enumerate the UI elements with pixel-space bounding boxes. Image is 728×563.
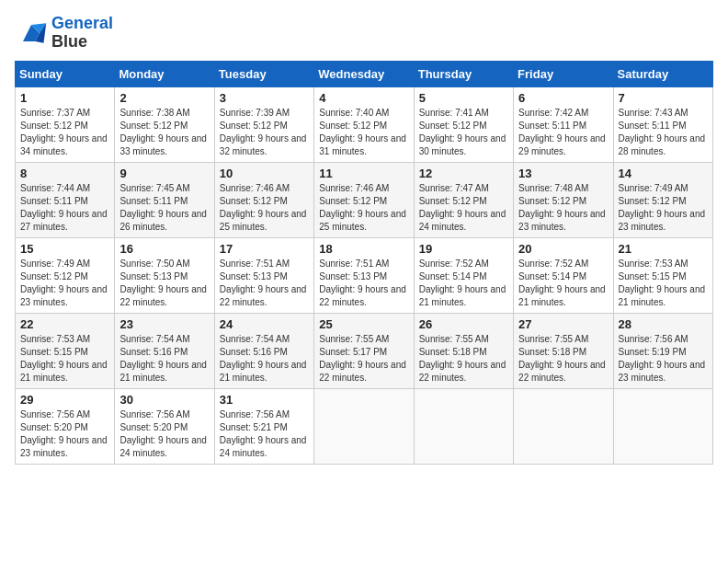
calendar-cell: 29Sunrise: 7:56 AM Sunset: 5:20 PM Dayli… [16,388,115,464]
calendar-cell: 11Sunrise: 7:46 AM Sunset: 5:12 PM Dayli… [314,162,414,237]
calendar-cell: 12Sunrise: 7:47 AM Sunset: 5:12 PM Dayli… [414,162,513,237]
calendar-week-3: 15Sunrise: 7:49 AM Sunset: 5:12 PM Dayli… [16,237,713,313]
day-number: 16 [119,242,209,256]
calendar-cell: 13Sunrise: 7:48 AM Sunset: 5:12 PM Dayli… [514,162,613,237]
day-info: Sunrise: 7:56 AM Sunset: 5:21 PM Dayligh… [220,408,309,460]
day-info: Sunrise: 7:44 AM Sunset: 5:11 PM Dayligh… [20,182,109,234]
day-info: Sunrise: 7:38 AM Sunset: 5:12 PM Dayligh… [119,107,209,158]
header-monday: Monday [115,61,214,86]
header-friday: Friday [514,61,613,86]
day-number: 12 [419,167,508,180]
calendar-cell [314,388,414,464]
calendar-cell: 23Sunrise: 7:54 AM Sunset: 5:16 PM Dayli… [115,313,214,388]
day-number: 17 [220,242,309,256]
calendar-cell: 30Sunrise: 7:56 AM Sunset: 5:20 PM Dayli… [115,388,214,464]
day-info: Sunrise: 7:50 AM Sunset: 5:13 PM Dayligh… [119,258,209,309]
day-number: 5 [419,91,508,105]
day-info: Sunrise: 7:55 AM Sunset: 5:18 PM Dayligh… [518,333,608,385]
calendar-cell: 6Sunrise: 7:42 AM Sunset: 5:11 PM Daylig… [514,86,613,162]
day-number: 1 [20,91,109,105]
day-number: 7 [619,91,708,105]
day-info: Sunrise: 7:54 AM Sunset: 5:16 PM Dayligh… [220,333,309,385]
calendar-cell: 21Sunrise: 7:53 AM Sunset: 5:15 PM Dayli… [613,237,712,313]
calendar-cell: 9Sunrise: 7:45 AM Sunset: 5:11 PM Daylig… [115,162,214,237]
calendar-cell: 26Sunrise: 7:55 AM Sunset: 5:18 PM Dayli… [414,313,513,388]
calendar-cell: 2Sunrise: 7:38 AM Sunset: 5:12 PM Daylig… [115,86,214,162]
day-number: 8 [20,167,109,180]
day-number: 20 [518,242,608,256]
logo-icon [15,17,48,50]
day-number: 18 [319,242,408,256]
header-saturday: Saturday [613,61,712,86]
day-number: 28 [619,317,708,331]
day-number: 3 [220,91,309,105]
day-info: Sunrise: 7:46 AM Sunset: 5:12 PM Dayligh… [319,182,408,234]
day-info: Sunrise: 7:49 AM Sunset: 5:12 PM Dayligh… [20,258,109,309]
day-info: Sunrise: 7:54 AM Sunset: 5:16 PM Dayligh… [119,333,209,385]
day-number: 13 [518,167,608,180]
calendar-cell: 1Sunrise: 7:37 AM Sunset: 5:12 PM Daylig… [16,86,115,162]
day-info: Sunrise: 7:41 AM Sunset: 5:12 PM Dayligh… [419,107,508,158]
day-number: 31 [220,393,309,407]
calendar-header-row: SundayMondayTuesdayWednesdayThursdayFrid… [16,61,713,86]
calendar-week-2: 8Sunrise: 7:44 AM Sunset: 5:11 PM Daylig… [16,162,713,237]
calendar-cell: 16Sunrise: 7:50 AM Sunset: 5:13 PM Dayli… [115,237,214,313]
calendar-cell: 31Sunrise: 7:56 AM Sunset: 5:21 PM Dayli… [214,388,313,464]
day-info: Sunrise: 7:49 AM Sunset: 5:12 PM Dayligh… [619,182,708,234]
day-number: 14 [619,167,708,180]
day-info: Sunrise: 7:40 AM Sunset: 5:12 PM Dayligh… [319,107,408,158]
day-number: 21 [619,242,708,256]
calendar-table: SundayMondayTuesdayWednesdayThursdayFrid… [15,61,713,465]
calendar-cell: 18Sunrise: 7:51 AM Sunset: 5:13 PM Dayli… [314,237,414,313]
header-wednesday: Wednesday [314,61,414,86]
day-info: Sunrise: 7:52 AM Sunset: 5:14 PM Dayligh… [518,258,608,309]
day-info: Sunrise: 7:53 AM Sunset: 5:15 PM Dayligh… [619,258,708,309]
calendar-cell: 22Sunrise: 7:53 AM Sunset: 5:15 PM Dayli… [16,313,115,388]
day-number: 25 [319,317,408,331]
day-info: Sunrise: 7:52 AM Sunset: 5:14 PM Dayligh… [419,258,508,309]
day-number: 11 [319,167,408,180]
calendar-cell [414,388,513,464]
day-number: 30 [119,393,209,407]
day-number: 2 [119,91,209,105]
day-info: Sunrise: 7:37 AM Sunset: 5:12 PM Dayligh… [20,107,109,158]
day-info: Sunrise: 7:56 AM Sunset: 5:19 PM Dayligh… [619,333,708,385]
page-header: GeneralBlue [15,15,713,52]
day-number: 27 [518,317,608,331]
calendar-cell: 24Sunrise: 7:54 AM Sunset: 5:16 PM Dayli… [214,313,313,388]
calendar-week-5: 29Sunrise: 7:56 AM Sunset: 5:20 PM Dayli… [16,388,713,464]
day-info: Sunrise: 7:45 AM Sunset: 5:11 PM Dayligh… [119,182,209,234]
day-number: 24 [220,317,309,331]
calendar-cell: 7Sunrise: 7:43 AM Sunset: 5:11 PM Daylig… [613,86,712,162]
day-number: 10 [220,167,309,180]
calendar-cell: 15Sunrise: 7:49 AM Sunset: 5:12 PM Dayli… [16,237,115,313]
day-number: 6 [518,91,608,105]
calendar-cell: 17Sunrise: 7:51 AM Sunset: 5:13 PM Dayli… [214,237,313,313]
day-info: Sunrise: 7:42 AM Sunset: 5:11 PM Dayligh… [518,107,608,158]
day-info: Sunrise: 7:39 AM Sunset: 5:12 PM Dayligh… [220,107,309,158]
calendar-week-4: 22Sunrise: 7:53 AM Sunset: 5:15 PM Dayli… [16,313,713,388]
header-sunday: Sunday [16,61,115,86]
day-info: Sunrise: 7:55 AM Sunset: 5:18 PM Dayligh… [419,333,508,385]
day-info: Sunrise: 7:48 AM Sunset: 5:12 PM Dayligh… [518,182,608,234]
calendar-cell: 19Sunrise: 7:52 AM Sunset: 5:14 PM Dayli… [414,237,513,313]
calendar-cell: 3Sunrise: 7:39 AM Sunset: 5:12 PM Daylig… [214,86,313,162]
day-number: 4 [319,91,408,105]
day-info: Sunrise: 7:56 AM Sunset: 5:20 PM Dayligh… [20,408,109,460]
calendar-cell: 4Sunrise: 7:40 AM Sunset: 5:12 PM Daylig… [314,86,414,162]
day-info: Sunrise: 7:51 AM Sunset: 5:13 PM Dayligh… [220,258,309,309]
header-thursday: Thursday [414,61,513,86]
day-number: 26 [419,317,508,331]
day-number: 9 [119,167,209,180]
calendar-cell: 28Sunrise: 7:56 AM Sunset: 5:19 PM Dayli… [613,313,712,388]
day-info: Sunrise: 7:53 AM Sunset: 5:15 PM Dayligh… [20,333,109,385]
day-number: 15 [20,242,109,256]
calendar-cell [514,388,613,464]
calendar-cell: 27Sunrise: 7:55 AM Sunset: 5:18 PM Dayli… [514,313,613,388]
calendar-cell: 25Sunrise: 7:55 AM Sunset: 5:17 PM Dayli… [314,313,414,388]
day-info: Sunrise: 7:55 AM Sunset: 5:17 PM Dayligh… [319,333,408,385]
day-number: 19 [419,242,508,256]
day-info: Sunrise: 7:47 AM Sunset: 5:12 PM Dayligh… [419,182,508,234]
day-number: 29 [20,393,109,407]
day-number: 22 [20,317,109,331]
